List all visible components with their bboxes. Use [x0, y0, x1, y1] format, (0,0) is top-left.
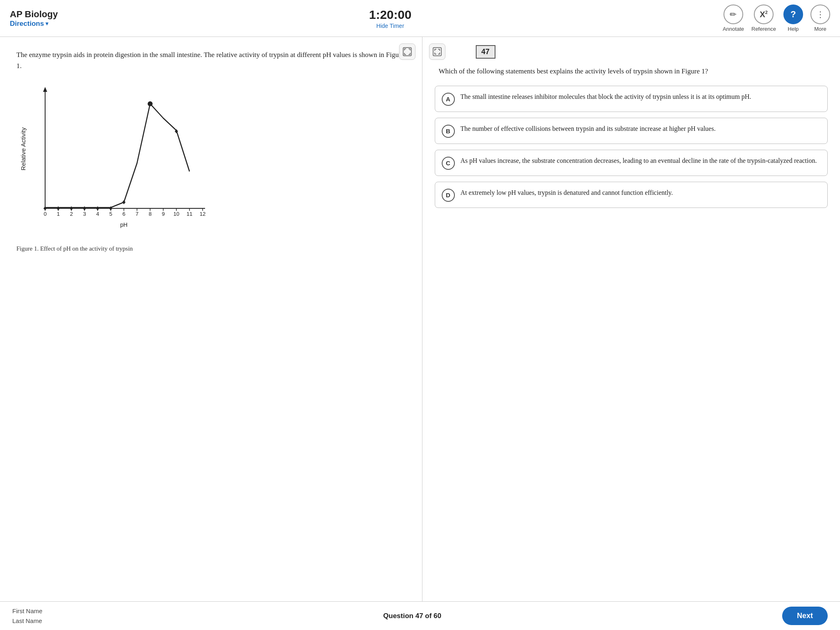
user-last-name: Last Name	[12, 616, 42, 626]
next-button[interactable]: Next	[782, 607, 828, 625]
svg-marker-32	[70, 206, 73, 210]
timer-display: 1:20:00	[369, 8, 411, 22]
question-text: Which of the following statements best e…	[439, 66, 828, 77]
chevron-down-icon: ▾	[46, 21, 48, 27]
help-icon-circle: ?	[783, 5, 803, 24]
svg-text:Relative Activity: Relative Activity	[20, 127, 27, 171]
choice-a[interactable]: A The small intestine releases inhibitor…	[435, 86, 828, 112]
directions-button[interactable]: Directions ▾	[10, 20, 58, 28]
svg-marker-2	[43, 87, 47, 92]
choice-b[interactable]: B The number of effective collisions bet…	[435, 118, 828, 144]
timer-section: 1:20:00 Hide Timer	[369, 8, 411, 29]
user-first-name: First Name	[12, 606, 42, 616]
hide-timer-button[interactable]: Hide Timer	[369, 23, 411, 29]
expand-icon	[403, 47, 412, 56]
choice-d-text: At extremely low pH values, trypsin is d…	[461, 188, 673, 198]
header-right: ✏ Annotate X2 Reference ? Help ⋮ More	[723, 5, 830, 32]
svg-text:2: 2	[70, 211, 73, 217]
choice-c-text: As pH values increase, the substrate con…	[461, 156, 817, 166]
choice-d-letter: D	[442, 189, 455, 202]
annotate-icon-circle: ✏	[724, 5, 743, 24]
main-content: The enzyme trypsin aids in protein diges…	[0, 37, 840, 601]
svg-text:4: 4	[96, 211, 99, 217]
svg-marker-30	[43, 206, 47, 210]
superscript-icon: X2	[760, 10, 767, 19]
question-progress: Question 47 of 60	[383, 612, 441, 620]
svg-text:3: 3	[83, 211, 86, 217]
question-mark-icon: ?	[790, 9, 796, 20]
svg-text:pH: pH	[120, 221, 128, 228]
svg-text:10: 10	[173, 211, 179, 217]
reference-icon-circle: X2	[754, 5, 774, 24]
svg-text:9: 9	[162, 211, 164, 217]
user-info: First Name Last Name	[12, 606, 42, 626]
expand-right-button[interactable]	[429, 43, 445, 60]
ellipsis-icon: ⋮	[816, 9, 824, 19]
choice-a-letter: A	[442, 93, 455, 106]
svg-text:0: 0	[43, 211, 46, 217]
app-title: AP Biology	[10, 9, 58, 20]
more-icon-circle: ⋮	[810, 5, 830, 24]
svg-text:5: 5	[109, 211, 112, 217]
pencil-icon: ✏	[730, 9, 737, 19]
choice-d[interactable]: D At extremely low pH values, trypsin is…	[435, 182, 828, 208]
reference-label: Reference	[751, 26, 776, 32]
choice-b-text: The number of effective collisions betwe…	[461, 124, 716, 134]
svg-text:8: 8	[148, 211, 151, 217]
svg-text:6: 6	[122, 211, 125, 217]
svg-marker-33	[83, 206, 86, 210]
app-header: AP Biology Directions ▾ 1:20:00 Hide Tim…	[0, 0, 840, 37]
figure-caption: Figure 1. Effect of pH on the activity o…	[16, 245, 410, 252]
annotate-label: Annotate	[723, 26, 744, 32]
left-panel: The enzyme trypsin aids in protein diges…	[0, 37, 422, 601]
collapse-icon	[433, 47, 442, 56]
answer-choices: A The small intestine releases inhibitor…	[435, 86, 828, 208]
ph-activity-chart: 0 1 2 3 4 5 6 7 8 9 10 11 12	[16, 81, 213, 237]
choice-c[interactable]: C As pH values increase, the substrate c…	[435, 150, 828, 176]
footer: First Name Last Name Question 47 of 60 N…	[0, 601, 840, 630]
svg-rect-41	[433, 48, 441, 56]
header-left: AP Biology Directions ▾	[10, 9, 58, 28]
question-number: 47	[476, 45, 495, 59]
svg-text:7: 7	[135, 211, 138, 217]
reference-button[interactable]: X2 Reference	[751, 5, 776, 32]
svg-text:1: 1	[57, 211, 59, 217]
svg-marker-31	[57, 206, 60, 210]
svg-text:11: 11	[187, 211, 192, 217]
svg-text:12: 12	[200, 211, 205, 217]
more-button[interactable]: ⋮ More	[810, 5, 830, 32]
annotate-button[interactable]: ✏ Annotate	[723, 5, 744, 32]
choice-b-letter: B	[442, 125, 455, 138]
help-label: Help	[788, 26, 799, 32]
help-button[interactable]: ? Help	[783, 5, 803, 32]
more-label: More	[814, 26, 826, 32]
choice-a-text: The small intestine releases inhibitor m…	[461, 92, 751, 102]
choice-c-letter: C	[442, 157, 455, 170]
right-panel: 47 Which of the following statements bes…	[422, 37, 840, 601]
expand-left-button[interactable]	[399, 43, 415, 60]
chart-container: 0 1 2 3 4 5 6 7 8 9 10 11 12	[16, 81, 410, 239]
passage-text: The enzyme trypsin aids in protein diges…	[16, 49, 410, 71]
svg-marker-34	[96, 206, 99, 210]
